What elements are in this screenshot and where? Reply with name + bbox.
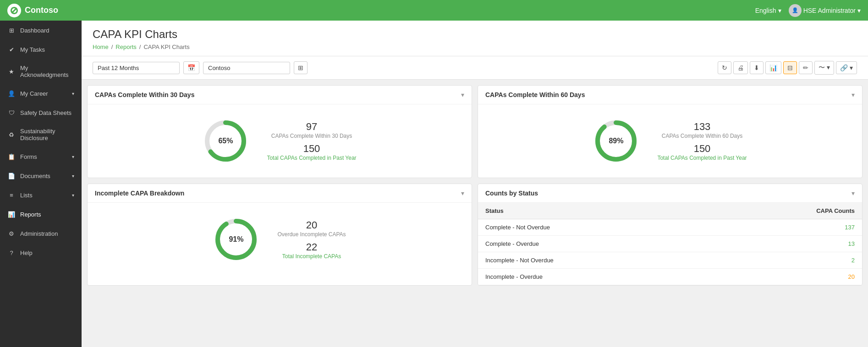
- sidebar-item-help[interactable]: ? Help: [0, 243, 82, 262]
- share-button[interactable]: 〜 ▾: [814, 61, 834, 75]
- reports-icon: 📊: [7, 210, 16, 218]
- user-menu[interactable]: 👤 HSE Administrator ▾: [789, 4, 861, 17]
- status-cell: Complete - Not Overdue: [478, 219, 712, 236]
- stat2-number: 150: [657, 143, 747, 155]
- table-row: Incomplete - Overdue20: [478, 269, 862, 285]
- topbar: Contoso English ▾ 👤 HSE Administrator ▾: [0, 0, 868, 21]
- sidebar-item-my-career[interactable]: 👤 My Career ▾: [0, 84, 82, 103]
- chart-button[interactable]: 📊: [765, 61, 781, 74]
- card-30days-title: CAPAs Complete Within 30 Days: [95, 91, 194, 98]
- card-counts-toggle[interactable]: ▾: [852, 190, 855, 197]
- sidebar-item-forms[interactable]: 📋 Forms ▾: [0, 147, 82, 166]
- date-range-input[interactable]: [93, 62, 180, 74]
- sidebar-item-lists[interactable]: ≡ Lists ▾: [0, 185, 82, 205]
- sidebar-item-label: My Career: [20, 90, 48, 97]
- card-60days-stats: 133 CAPAs Complete Within 60 Days 150 To…: [657, 121, 747, 161]
- donut-30days: 65%: [203, 118, 248, 164]
- main-content: CAPA KPI Charts Home / Reports / CAPA KP…: [82, 21, 868, 347]
- sidebar-item-sustainability-disclosure[interactable]: ♻ Sustainability Disclosure: [0, 122, 82, 147]
- card-incomplete: Incomplete CAPA Breakdown ▾ 91% 20 Overd…: [87, 184, 472, 286]
- breadcrumb-reports[interactable]: Reports: [115, 43, 137, 50]
- card-counts-by-status: Counts by Status ▾ Status CAPA Counts Co…: [478, 184, 863, 286]
- calendar-button[interactable]: 📅: [183, 61, 199, 74]
- charts-grid: CAPAs Complete Within 30 Days ▾ 65% 97 C…: [82, 80, 868, 291]
- sidebar-item-safety-data-sheets[interactable]: 🛡 Safety Data Sheets: [0, 103, 82, 122]
- sidebar-item-reports[interactable]: 📊 Reports: [0, 205, 82, 224]
- card-incomplete-header: Incomplete CAPA Breakdown ▾: [88, 184, 472, 203]
- card-30days: CAPAs Complete Within 30 Days ▾ 65% 97 C…: [87, 85, 472, 178]
- donut-30days-label: 65%: [218, 137, 233, 145]
- sidebar-item-label: Forms: [20, 153, 37, 160]
- card-counts-title: Counts by Status: [485, 190, 538, 197]
- sidebar-item-label: Dashboard: [20, 27, 49, 34]
- sidebar-item-label: Sustainability Disclosure: [20, 128, 74, 141]
- card-incomplete-body: 91% 20 Overdue Incomplete CAPAs 22 Total…: [88, 203, 472, 276]
- sidebar-item-my-tasks[interactable]: ✔ My Tasks: [0, 40, 82, 59]
- breadcrumb-home[interactable]: Home: [93, 43, 109, 50]
- col-status: Status: [478, 203, 712, 219]
- sidebar-item-label: Reports: [20, 211, 41, 218]
- count-cell: 20: [712, 269, 862, 285]
- card-counts-header: Counts by Status ▾: [478, 184, 862, 203]
- admin-icon: ⚙: [7, 229, 16, 238]
- table-row: Incomplete - Not Overdue2: [478, 252, 862, 269]
- ack-icon: ★: [7, 67, 16, 76]
- toolbar-right: ↻ 🖨 ⬇ 📊 ⊟ ✏ 〜 ▾ 🔗 ▾: [718, 61, 857, 75]
- card-30days-body: 65% 97 CAPAs Complete Within 30 Days 150…: [88, 104, 472, 178]
- col-capa-counts: CAPA Counts: [712, 203, 862, 219]
- link-button[interactable]: 🔗 ▾: [836, 61, 857, 74]
- toolbar: 📅 ⊞ ↻ 🖨 ⬇ 📊 ⊟ ✏ 〜 ▾ 🔗 ▾: [82, 56, 868, 80]
- donut-incomplete-label: 91%: [229, 235, 243, 244]
- card-30days-toggle[interactable]: ▾: [461, 91, 464, 98]
- stat2-label[interactable]: Total CAPAs Completed in Past Year: [267, 155, 356, 161]
- language-selector[interactable]: English ▾: [755, 7, 781, 14]
- edit-button[interactable]: ✏: [799, 61, 813, 74]
- sidebar-item-label: Help: [20, 249, 33, 256]
- company-input[interactable]: [203, 62, 290, 74]
- stat2-label[interactable]: Total CAPAs Completed in Past Year: [657, 155, 747, 161]
- stat2-number: 22: [277, 241, 346, 253]
- sidebar-item-dashboard[interactable]: ⊞ Dashboard: [0, 21, 82, 40]
- count-cell: 2: [712, 252, 862, 269]
- sidebar-item-administration[interactable]: ⚙ Administration: [0, 224, 82, 243]
- print-button[interactable]: 🖨: [733, 61, 748, 74]
- sidebar-item-my-acknowledgments[interactable]: ★ My Acknowledgments: [0, 59, 82, 84]
- stat2-label[interactable]: Total Incomplete CAPAs: [277, 253, 346, 260]
- sidebar-item-label: Safety Data Sheets: [20, 109, 71, 116]
- card-30days-stats: 97 CAPAs Complete Within 30 Days 150 Tot…: [267, 121, 356, 161]
- breadcrumb-current: CAPA KPI Charts: [143, 43, 189, 50]
- breadcrumb-sep2: /: [139, 43, 141, 50]
- help-icon: ?: [7, 249, 16, 257]
- status-table: Status CAPA Counts Complete - Not Overdu…: [478, 203, 862, 285]
- brand-name: Contoso: [25, 5, 58, 15]
- sidebar-item-label: Documents: [20, 173, 50, 179]
- stat1-number: 133: [657, 121, 747, 133]
- stat2-number: 150: [267, 143, 356, 155]
- download-button[interactable]: ⬇: [750, 61, 764, 74]
- card-incomplete-title: Incomplete CAPA Breakdown: [95, 190, 184, 197]
- status-cell: Complete - Overdue: [478, 236, 712, 252]
- refresh-button[interactable]: ↻: [718, 61, 731, 74]
- card-60days-header: CAPAs Complete Within 60 Days ▾: [478, 86, 862, 104]
- sidebar-item-label: My Acknowledgments: [20, 65, 74, 78]
- sustainability-icon: ♻: [7, 130, 16, 139]
- count-cell: 13: [712, 236, 862, 252]
- sidebar-item-label: Lists: [20, 192, 33, 199]
- sds-icon: 🛡: [7, 108, 16, 117]
- card-60days-title: CAPAs Complete Within 60 Days: [485, 91, 585, 98]
- career-icon: 👤: [7, 89, 16, 98]
- donut-60days: 89%: [593, 118, 639, 164]
- sidebar-item-label: Administration: [20, 230, 58, 237]
- sidebar-item-documents[interactable]: 📄 Documents ▾: [0, 166, 82, 185]
- topbar-right: English ▾ 👤 HSE Administrator ▾: [755, 4, 861, 17]
- hierarchy-button[interactable]: ⊞: [294, 61, 308, 74]
- chevron-down-icon: ▾: [72, 174, 74, 179]
- card-incomplete-toggle[interactable]: ▾: [461, 190, 464, 197]
- card-60days-toggle[interactable]: ▾: [852, 91, 855, 98]
- language-arrow: ▾: [778, 7, 781, 14]
- language-label: English: [755, 7, 776, 14]
- page-title: CAPA KPI Charts: [93, 28, 857, 41]
- sidebar-item-label: My Tasks: [20, 46, 45, 53]
- display-button[interactable]: ⊟: [783, 61, 797, 74]
- user-arrow: ▾: [857, 7, 861, 14]
